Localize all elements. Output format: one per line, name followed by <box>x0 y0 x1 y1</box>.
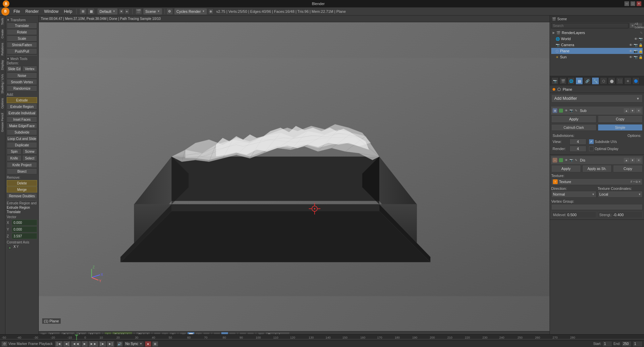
subdivide-uvs-checkbox[interactable]: ✓ <box>589 139 594 144</box>
tab-grease-pencil[interactable]: Grease Pencil <box>0 111 5 134</box>
vertex-group-field[interactable] <box>551 204 643 210</box>
sync-dropdown[interactable]: No Sync ▼ <box>124 341 144 347</box>
editor-icon-screen[interactable]: ▦ <box>87 8 95 15</box>
outliner-search[interactable] <box>551 23 628 28</box>
select-btn[interactable]: Select <box>22 155 37 161</box>
simple-btn[interactable]: Simple <box>598 124 643 131</box>
texture-x-icon[interactable]: ✕ <box>638 180 641 184</box>
subsurf-edit-icon[interactable]: ✎ <box>575 109 578 112</box>
optimal-display-checkbox[interactable] <box>589 146 594 151</box>
knife-project-btn[interactable]: Knife Project <box>7 162 37 168</box>
subsurf-realtime-icon[interactable]: 👁 <box>565 109 568 112</box>
outliner-item-plane[interactable]: ⬡ Plane 👁 📷 🔒 <box>551 48 643 54</box>
y-value[interactable]: 0.000 <box>12 226 37 232</box>
extrude-region-btn[interactable]: Extrude Region <box>7 104 37 110</box>
displace-render-icon[interactable]: 📷 <box>569 158 573 162</box>
camera-lock-icon[interactable]: 🔒 <box>639 43 643 47</box>
audio-icon[interactable]: 🔊 <box>117 341 123 347</box>
outliner-type-btn[interactable]: All Scenes <box>637 23 643 28</box>
sun-render-icon[interactable]: 📷 <box>634 55 638 59</box>
rotate-btn[interactable]: Rotate <box>7 29 37 35</box>
vertex-btn[interactable]: Vertex <box>22 66 37 72</box>
play-forward-btn[interactable]: ►► <box>88 341 99 347</box>
texture-f-icon[interactable]: F <box>631 180 633 184</box>
close-button[interactable]: ✕ <box>637 1 641 6</box>
outliner-item-world[interactable]: 🌐 World 👁 📷 <box>551 36 643 42</box>
prop-tab-constraints[interactable]: 🔗 <box>584 77 591 85</box>
scale-btn[interactable]: Scale <box>7 35 37 41</box>
outliner-item-sun[interactable]: ☀ Sun 👁 📷 🔒 <box>551 54 643 60</box>
subsurf-render-icon[interactable]: 📷 <box>569 109 573 112</box>
view-value[interactable]: 4 <box>569 139 586 145</box>
tab-relations[interactable]: Relations <box>0 40 5 58</box>
world-eye-icon[interactable]: 👁 <box>634 37 638 41</box>
prop-tab-render[interactable]: 📷 <box>551 77 559 85</box>
current-frame[interactable]: 1 <box>633 341 643 347</box>
minimize-button[interactable]: ─ <box>624 1 629 6</box>
camera-eye-icon[interactable]: 👁 <box>629 43 633 47</box>
menu-window[interactable]: Window <box>41 8 61 15</box>
render-value[interactable]: 4 <box>569 146 586 152</box>
bisect-btn[interactable]: Bisect <box>7 168 37 174</box>
plane-render-icon[interactable]: 📷 <box>634 49 638 53</box>
tab-tools[interactable]: Tools <box>0 16 5 27</box>
delete-btn[interactable]: Delete <box>7 180 37 186</box>
start-value[interactable]: 1 <box>602 341 612 347</box>
extrude-btn[interactable]: Extrude <box>7 97 37 103</box>
catmull-btn[interactable]: Catmull-Clark <box>551 124 596 131</box>
randomize-btn[interactable]: Randomize <box>7 85 37 91</box>
prop-tab-scene[interactable]: 🎬 <box>559 77 567 85</box>
subsurf-copy-btn[interactable]: Copy <box>598 115 643 123</box>
tab-shading[interactable]: Shading / UVs <box>0 72 5 96</box>
texture-field[interactable]: T Texture F + ⧉ ✕ <box>551 178 643 185</box>
shrink-fatten-btn[interactable]: Shrink/Fatten <box>7 42 37 48</box>
next-keyframe-btn[interactable]: |► <box>99 341 107 347</box>
renderlayers-edit-icon[interactable]: ✎ <box>640 31 643 35</box>
displace-apply-btn[interactable]: Apply <box>551 165 581 172</box>
screw-btn[interactable]: Screw <box>22 148 37 154</box>
texture-add-icon[interactable]: + <box>633 180 635 184</box>
prop-tab-object[interactable]: ▤ <box>576 77 583 85</box>
play-btn[interactable]: ► <box>81 341 88 347</box>
prop-tab-modifier[interactable]: 🔧 <box>592 77 599 85</box>
translate-btn[interactable]: Translate <box>7 23 37 29</box>
displace-edit-icon[interactable]: ✎ <box>575 158 578 162</box>
midlevel-field[interactable]: Midlevel: 0.500 <box>551 211 596 218</box>
displace-copy-btn[interactable]: Copy <box>613 165 643 172</box>
displace-realtime-icon[interactable]: 👁 <box>565 158 568 162</box>
subdivide-btn[interactable]: Subdivide <box>7 129 37 135</box>
remove-doubles-btn[interactable]: Remove Doubles <box>7 193 37 199</box>
viewport-canvas[interactable]: X Y Z (1) Plane <box>39 22 550 332</box>
viewport[interactable]: Time:00:04.47 | Mem:37.10M, Peak:38.04M … <box>39 16 550 339</box>
subsurf-apply-btn[interactable]: Apply <box>551 115 596 123</box>
noise-btn[interactable]: Noise <box>7 73 37 79</box>
timeline-icon[interactable]: ⏱ <box>1 341 7 347</box>
subsurf-down-btn[interactable]: ▼ <box>630 108 635 113</box>
prop-tab-texture[interactable]: ⬛ <box>616 77 623 85</box>
tab-display[interactable]: Display <box>0 58 5 72</box>
prop-tab-data[interactable]: ⬡ <box>600 77 607 85</box>
spin-btn[interactable]: Spin <box>7 148 22 154</box>
loop-cut-btn[interactable]: Loop Cut and Slide <box>7 136 37 142</box>
texture-coords-dropdown[interactable]: Local <box>598 191 643 198</box>
displace-x-btn[interactable]: ✕ <box>636 158 641 163</box>
texture-copy-icon[interactable]: ⧉ <box>636 180 638 184</box>
displace-up-btn[interactable]: ▲ <box>624 158 629 163</box>
sun-lock-icon[interactable]: 🔒 <box>639 55 643 59</box>
prop-tab-material[interactable]: ⬤ <box>608 77 615 85</box>
timeline-ruler[interactable]: -50 -40 -30 -20 -10 0 10 20 30 40 50 60 … <box>0 334 644 340</box>
slide-ed-btn[interactable]: Slide Ed <box>7 66 22 72</box>
record-btn[interactable]: ● <box>145 341 151 347</box>
editor-icon-grid[interactable]: ⊞ <box>79 8 87 15</box>
scene-selector[interactable]: Scene ▼ <box>143 8 162 15</box>
play-reverse-btn[interactable]: ◄◄ <box>71 341 81 347</box>
z-value[interactable]: 3.597 <box>12 233 37 239</box>
make-edge-face-btn[interactable]: Make Edge/Face <box>7 123 37 129</box>
outliner-item-renderlayers[interactable]: ▶ 🎬 RenderLayers ✎ <box>551 30 643 36</box>
displace-down-btn[interactable]: ▼ <box>630 158 635 163</box>
prop-tab-physics[interactable]: 🔵 <box>632 77 640 85</box>
displace-apply-sh-btn[interactable]: Apply as Sh. <box>582 165 612 172</box>
subsurf-enable-btn[interactable] <box>559 109 563 113</box>
jump-end-btn[interactable]: ►| <box>107 341 114 347</box>
menu-render[interactable]: Render <box>23 8 41 15</box>
